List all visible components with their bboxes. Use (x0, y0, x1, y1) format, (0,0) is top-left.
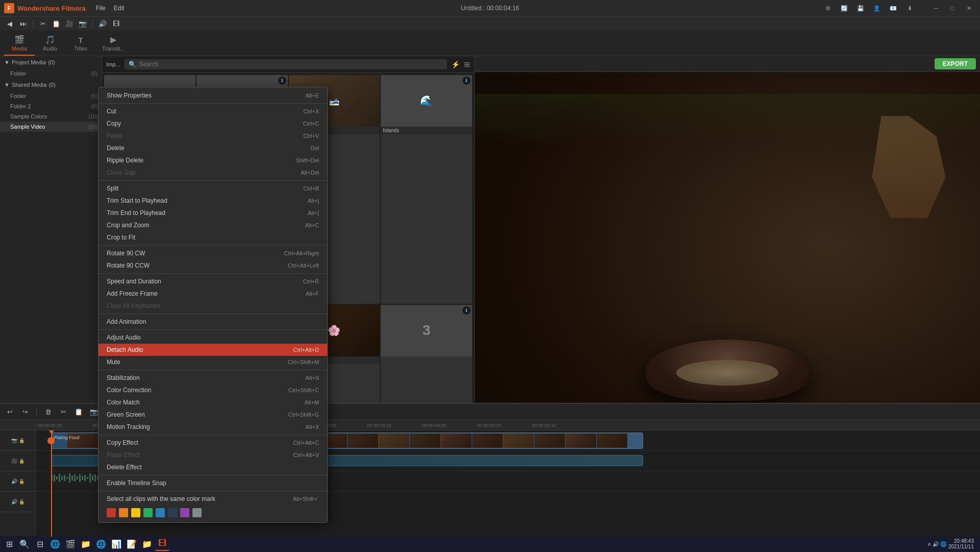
ctx-close-gap[interactable]: Close Gap Alt+Del (99, 166, 327, 179)
project-media-header[interactable]: ▼ Project Media (0) (0, 56, 102, 68)
ctx-enable-snap[interactable]: Enable Timeline Snap (99, 477, 327, 489)
close-button[interactable]: ✕ (962, 3, 976, 13)
ctx-crop-fit[interactable]: Crop to Fit (99, 231, 327, 244)
taskbar-dreamweaver[interactable]: 🎬 (63, 537, 78, 551)
sidebar-item-shared-folder[interactable]: Folder (0) (0, 91, 102, 101)
tab-media[interactable]: 🎬 Media (4, 32, 35, 56)
tl-undo[interactable]: ↩ (4, 406, 15, 418)
ctx-sep-3 (99, 245, 327, 246)
tl-cut[interactable]: ✂ (58, 406, 69, 418)
taskbar-word[interactable]: 📝 (125, 537, 139, 551)
tab-audio[interactable]: 🎵 Audio (35, 32, 65, 56)
toolbar-icon-4[interactable]: 📋 (51, 18, 62, 30)
ctx-mute[interactable]: Mute Ctrl+Shift+M (99, 356, 327, 368)
ctx-copy-label: Copy (107, 120, 121, 127)
toolbar-icon-5[interactable]: 🎥 (64, 18, 75, 30)
ctx-detach-audio[interactable]: Detach Audio Ctrl+Alt+D (99, 344, 327, 356)
ctx-green-screen[interactable]: Green Screen Ctrl+Shift+G (99, 409, 327, 421)
sys-icon-5[interactable]: 📧 (886, 3, 900, 13)
minimize-button[interactable]: ─ (929, 3, 943, 13)
ctx-stabilization[interactable]: Stabilization Alt+S (99, 372, 327, 384)
ctx-crop-zoom[interactable]: Crop and Zoom Alt+C (99, 219, 327, 231)
ctx-add-animation[interactable]: Add Animation (99, 316, 327, 328)
ctx-rotate-ccw[interactable]: Rotate 90 CCW Ctrl+Alt+Left (99, 259, 327, 272)
toolbar-icon-7[interactable]: 🔊 (97, 18, 108, 30)
swatch-green[interactable] (143, 508, 153, 517)
swatch-blue[interactable] (156, 508, 165, 517)
tl-copy[interactable]: 📋 (73, 406, 84, 418)
ctx-adjust-audio[interactable]: Adjust Audio (99, 331, 327, 344)
sidebar-item-sample-video[interactable]: Sample Video (20) (0, 122, 102, 132)
ctx-trim-end[interactable]: Trim End to Playhead Alt+] (99, 207, 327, 219)
taskbar-edge[interactable]: 🌐 (48, 537, 62, 551)
swatch-purple[interactable] (180, 508, 189, 517)
ctx-delete-effect[interactable]: Delete Effect (99, 461, 327, 473)
export-button[interactable]: EXPORT (935, 58, 976, 69)
tl-delete[interactable]: 🗑 (42, 406, 54, 418)
ctx-paste[interactable]: Paste Ctrl+V (99, 130, 327, 142)
swatch-yellow[interactable] (131, 508, 140, 517)
sidebar-item-folder1[interactable]: Folder (0) (0, 68, 102, 79)
swatch-red[interactable] (107, 508, 116, 517)
sys-icon-4[interactable]: 👤 (870, 3, 884, 13)
track-icon-4: 🔊 (11, 499, 17, 505)
ctx-show-properties[interactable]: Show Properties Alt+E (99, 89, 327, 102)
ctx-color-match[interactable]: Color Match Alt+M (99, 396, 327, 409)
taskbar-excel[interactable]: 📊 (109, 537, 124, 551)
taskbar-chrome[interactable]: 🌐 (94, 537, 108, 551)
tl-redo[interactable]: ↪ (19, 406, 31, 418)
ctx-cut[interactable]: Cut Ctrl+X (99, 105, 327, 117)
ctx-color-correction[interactable]: Color Correction Ctrl+Shift+C (99, 384, 327, 396)
sys-icon-3[interactable]: 💾 (853, 3, 868, 13)
toolbar-icon-6[interactable]: 📷 (77, 18, 88, 30)
ctx-split[interactable]: Split Ctrl+B (99, 182, 327, 195)
toolbar-icon-1[interactable]: ◀ (4, 18, 15, 30)
ctx-speed-duration[interactable]: Speed and Duration Ctrl+R (99, 275, 327, 287)
taskbar-explorer[interactable]: 📁 (79, 537, 93, 551)
ctx-trim-start[interactable]: Trim Start to Playhead Alt+[ (99, 195, 327, 207)
ctx-paste-effect[interactable]: Paste Effect Ctrl+Alt+V (99, 449, 327, 461)
taskbar-files[interactable]: 📁 (140, 537, 154, 551)
swatch-gray[interactable] (192, 508, 202, 517)
search-input[interactable] (139, 61, 443, 68)
media-item-4[interactable]: 🌊 Islands ⬇ (381, 75, 472, 304)
grid-icon[interactable]: ⊞ (464, 60, 470, 68)
track-label-4: 🔊 🔓 (0, 492, 35, 512)
ruler-mark-0: 00:00:00:00 (38, 423, 62, 428)
menu-edit[interactable]: Edit (114, 5, 125, 12)
shared-media-header[interactable]: ▼ Shared Media (0) (0, 79, 102, 91)
maximize-button[interactable]: □ (945, 3, 960, 13)
sys-icon-1[interactable]: ⚙ (821, 3, 835, 13)
filter-icon[interactable]: ⚡ (451, 60, 460, 68)
taskbar-search[interactable]: 🔍 (17, 537, 32, 551)
ctx-rotate-cw[interactable]: Rotate 90 CW Ctrl+Alt+Right (99, 247, 327, 259)
ctx-sep-10 (99, 491, 327, 491)
ctx-clear-keyframes[interactable]: Clear All Keyframes (99, 300, 327, 312)
sidebar-item-sample-colors[interactable]: Sample Colors (15) (0, 111, 102, 122)
tab-transitions[interactable]: ▶ Transiti... (96, 32, 131, 56)
sys-icon-2[interactable]: 🔄 (837, 3, 851, 13)
ctx-select-color-mark[interactable]: Select all clips with the same color mar… (99, 493, 327, 505)
import-button[interactable]: Imp... (106, 61, 120, 67)
ctx-copy-effect[interactable]: Copy Effect Ctrl+Alt+C (99, 437, 327, 449)
swatch-orange[interactable] (119, 508, 128, 517)
ctx-copy[interactable]: Copy Ctrl+C (99, 117, 327, 130)
toolbar-icon-2[interactable]: ⏭ (17, 18, 29, 30)
toolbar-icon-8[interactable]: 🎞 (110, 18, 121, 30)
swatch-dark[interactable] (168, 508, 177, 517)
taskbar-taskview[interactable]: ⊟ (33, 537, 47, 551)
ctx-motion-tracking[interactable]: Motion Tracking Alt+X (99, 421, 327, 433)
ctx-delete[interactable]: Delete Del (99, 142, 327, 154)
ctx-clear-keyframes-label: Clear All Keyframes (107, 302, 160, 309)
menu-file[interactable]: File (95, 5, 105, 12)
toolbar-icon-3[interactable]: ✂ (37, 18, 48, 30)
taskbar-filmora-active[interactable]: 🎞 (155, 537, 169, 551)
ctx-green-screen-label: Green Screen (107, 411, 145, 418)
tab-titles[interactable]: T Titles (65, 33, 96, 56)
svg-rect-14 (87, 477, 88, 479)
ctx-freeze-frame[interactable]: Add Freeze Frame Alt+F (99, 287, 327, 300)
sys-icon-6[interactable]: ⬇ (902, 3, 917, 13)
sidebar-item-folder2[interactable]: Folder 2 (0) (0, 101, 102, 111)
ctx-ripple-delete[interactable]: Ripple Delete Shift+Del (99, 154, 327, 166)
taskbar-start[interactable]: ⊞ (2, 537, 16, 551)
